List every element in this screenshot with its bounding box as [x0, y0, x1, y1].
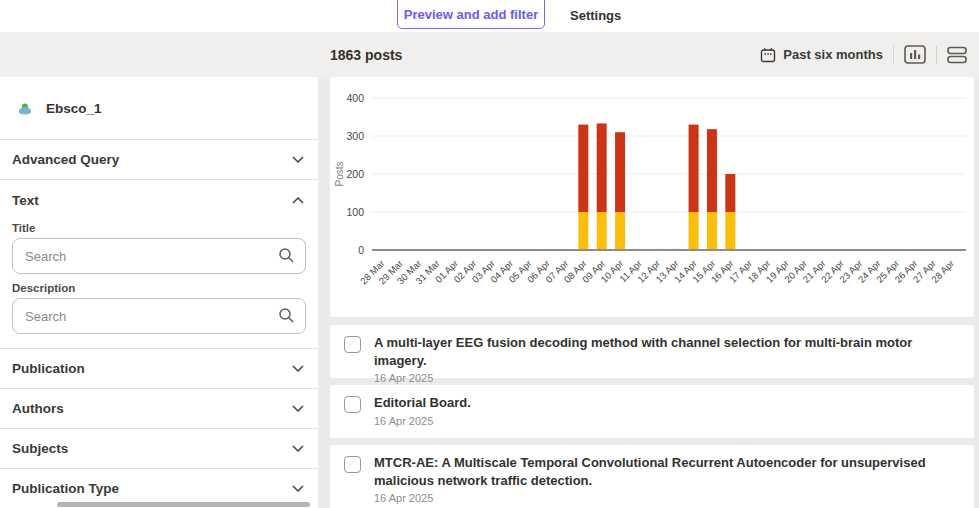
svg-text:300: 300: [346, 130, 364, 142]
result-title[interactable]: A multi-layer EEG fusion decoding method…: [374, 334, 954, 369]
divider: [936, 46, 937, 64]
chevron-down-icon: [292, 365, 304, 372]
title-field-label: Title: [12, 222, 306, 234]
posts-bar-chart[interactable]: 0100200300400Posts28 Mar29 Mar30 Mar31 M…: [330, 77, 974, 315]
sidebar-section-advanced-query[interactable]: Advanced Query: [0, 140, 318, 180]
text-section-body: Title Description: [0, 220, 318, 349]
date-range-selector[interactable]: Past six months: [760, 47, 883, 63]
sidebar-section-text[interactable]: Text: [0, 180, 318, 220]
title-search-input[interactable]: [12, 238, 306, 274]
filter-sidebar: Ebsco_1 Advanced Query Text Title Descri…: [0, 77, 318, 508]
svg-text:200: 200: [346, 168, 364, 180]
divider: [893, 46, 894, 64]
date-range-label: Past six months: [783, 47, 883, 62]
section-label: Subjects: [12, 441, 68, 456]
chevron-up-icon: [292, 197, 304, 204]
result-checkbox[interactable]: [344, 396, 361, 413]
section-label: Publication Type: [12, 481, 119, 496]
chart-view-button[interactable]: [904, 45, 926, 64]
section-label: Text: [12, 193, 39, 208]
result-title[interactable]: MTCR-AE: A Multiscale Temporal Convoluti…: [374, 454, 954, 489]
result-date: 16 Apr 2025: [374, 415, 471, 427]
results-header-bar: 1863 posts Past six months: [0, 32, 979, 77]
svg-text:0: 0: [358, 244, 364, 256]
result-item[interactable]: MTCR-AE: A Multiscale Temporal Convoluti…: [330, 445, 974, 508]
list-view-button[interactable]: [947, 46, 967, 64]
result-date: 16 Apr 2025: [374, 492, 954, 504]
ebsco-logo-icon: [18, 102, 32, 115]
sidebar-section-subjects[interactable]: Subjects: [0, 429, 318, 469]
horizontal-scrollbar[interactable]: [57, 502, 310, 507]
sidebar-section-authors[interactable]: Authors: [0, 389, 318, 429]
sidebar-section-publication[interactable]: Publication: [0, 349, 318, 389]
header-controls: Past six months: [760, 32, 967, 77]
result-checkbox[interactable]: [344, 336, 361, 353]
bar-chart-view-icon: [904, 45, 926, 64]
posts-count: 1863 posts: [330, 32, 402, 77]
source-header: Ebsco_1: [0, 77, 318, 140]
chevron-down-icon: [292, 405, 304, 412]
source-name: Ebsco_1: [46, 101, 102, 116]
svg-text:Posts: Posts: [334, 161, 345, 186]
svg-text:100: 100: [346, 206, 364, 218]
tab-settings[interactable]: Settings: [558, 0, 633, 30]
description-field-label: Description: [12, 282, 306, 294]
rows-view-icon: [947, 46, 967, 64]
section-label: Authors: [12, 401, 64, 416]
calendar-icon: [760, 47, 776, 63]
chevron-down-icon: [292, 156, 304, 163]
chevron-down-icon: [292, 445, 304, 452]
posts-chart-card: 0100200300400Posts28 Mar29 Mar30 Mar31 M…: [330, 77, 974, 317]
top-tab-bar: Preview and add filter Settings: [0, 0, 979, 32]
result-item[interactable]: A multi-layer EEG fusion decoding method…: [330, 325, 974, 378]
result-date: 16 Apr 2025: [374, 372, 954, 384]
result-checkbox[interactable]: [344, 456, 361, 473]
result-title[interactable]: Editorial Board.: [374, 394, 471, 412]
svg-text:400: 400: [346, 92, 364, 104]
result-item[interactable]: Editorial Board. 16 Apr 2025: [330, 385, 974, 438]
chevron-down-icon: [292, 485, 304, 492]
section-label: Publication: [12, 361, 85, 376]
description-search-input[interactable]: [12, 298, 306, 334]
tab-preview-and-add-filter[interactable]: Preview and add filter: [397, 0, 545, 29]
section-label: Advanced Query: [12, 152, 119, 167]
